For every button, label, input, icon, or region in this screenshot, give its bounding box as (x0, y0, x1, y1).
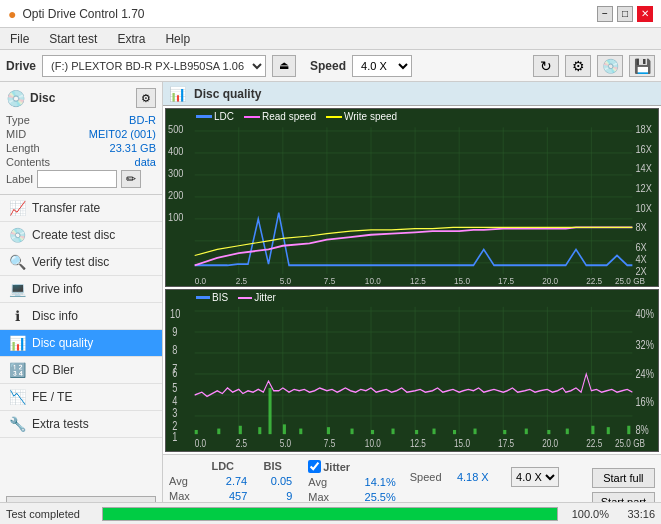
chart-header-icon: 📊 (169, 86, 186, 102)
svg-text:5.0: 5.0 (280, 275, 291, 286)
length-label: Length (6, 142, 40, 154)
minimize-button[interactable]: − (597, 6, 613, 22)
disc-button[interactable]: 💿 (597, 55, 623, 77)
svg-text:500: 500 (168, 124, 184, 136)
label-key: Label (6, 173, 33, 185)
start-full-button[interactable]: Start full (592, 468, 655, 488)
menu-file[interactable]: File (6, 31, 33, 47)
svg-rect-86 (239, 426, 242, 434)
svg-text:300: 300 (168, 168, 184, 180)
svg-text:10.0: 10.0 (365, 437, 381, 450)
maximize-button[interactable]: □ (617, 6, 633, 22)
drive-label: Drive (6, 59, 36, 73)
disc-title: Disc (30, 91, 55, 105)
nav-cd-bler[interactable]: 🔢 CD Bler (0, 357, 162, 384)
svg-rect-101 (547, 430, 550, 434)
disc-icon: 💿 (6, 89, 26, 108)
ldc-col-header: LDC (198, 459, 253, 473)
svg-text:20.0: 20.0 (542, 437, 558, 450)
speed-label: Speed (310, 59, 346, 73)
svg-rect-84 (195, 430, 198, 434)
nav-disc-info[interactable]: ℹ Disc info (0, 303, 162, 330)
progress-pct: 100.0% (564, 508, 609, 520)
speed-stat-select[interactable]: 4.0 X (511, 467, 559, 487)
bis-chart-panel: BIS Jitter (165, 289, 659, 452)
speed-stat-label: Speed (410, 459, 453, 495)
charts-container: LDC Read speed Write speed (163, 106, 661, 454)
svg-text:20.0: 20.0 (542, 275, 558, 286)
bis-legend-label: BIS (212, 292, 228, 303)
nav-create-test-label: Create test disc (32, 228, 115, 242)
nav-verify-test[interactable]: 🔍 Verify test disc (0, 249, 162, 276)
bis-col-header: BIS (253, 459, 298, 473)
type-label: Type (6, 114, 30, 126)
jitter-checkbox[interactable] (308, 460, 321, 473)
contents-value: data (135, 156, 156, 168)
label-edit-button[interactable]: ✏ (121, 170, 141, 188)
svg-text:5.0: 5.0 (280, 437, 292, 450)
disc-config-button[interactable]: ⚙ (136, 88, 156, 108)
cd-bler-icon: 🔢 (8, 362, 26, 378)
settings-button[interactable]: ⚙ (565, 55, 591, 77)
svg-rect-91 (327, 427, 330, 434)
nav-disc-quality[interactable]: 📊 Disc quality (0, 330, 162, 357)
svg-rect-104 (607, 427, 610, 434)
create-test-icon: 💿 (8, 227, 26, 243)
svg-text:15.0: 15.0 (454, 275, 470, 286)
svg-text:16X: 16X (635, 143, 652, 155)
menu-bar: File Start test Extra Help (0, 28, 661, 50)
nav-transfer-rate[interactable]: 📈 Transfer rate (0, 195, 162, 222)
eject-button[interactable]: ⏏ (272, 55, 296, 77)
avg-label: Avg (169, 473, 198, 489)
app-title: Opti Drive Control 1.70 (22, 7, 144, 21)
drive-select[interactable]: (F:) PLEXTOR BD-R PX-LB950SA 1.06 (42, 55, 266, 77)
jitter-legend-label: Jitter (254, 292, 276, 303)
contents-label: Contents (6, 156, 50, 168)
disc-quality-icon: 📊 (8, 335, 26, 351)
svg-rect-96 (433, 429, 436, 435)
type-value: BD-R (129, 114, 156, 126)
avg-ldc: 2.74 (198, 473, 253, 489)
close-button[interactable]: ✕ (637, 6, 653, 22)
label-input[interactable] (37, 170, 117, 188)
status-time: 33:16 (615, 508, 655, 520)
svg-text:25.0 GB: 25.0 GB (615, 437, 645, 450)
svg-text:9: 9 (172, 325, 177, 339)
svg-text:10X: 10X (635, 202, 652, 214)
nav-fe-te[interactable]: 📉 FE / TE (0, 384, 162, 411)
nav-create-test[interactable]: 💿 Create test disc (0, 222, 162, 249)
svg-rect-103 (591, 426, 594, 434)
svg-text:12.5: 12.5 (410, 275, 426, 286)
nav-cd-bler-label: CD Bler (32, 363, 74, 377)
avg-row: Avg 2.74 0.05 (169, 473, 298, 489)
svg-text:7.5: 7.5 (324, 437, 336, 450)
speed-row: Speed 4.18 X 4.0 X (410, 459, 559, 495)
svg-text:22.5: 22.5 (586, 437, 602, 450)
nav-extra-tests[interactable]: 🔧 Extra tests (0, 411, 162, 438)
nav-drive-info-label: Drive info (32, 282, 83, 296)
progress-bar (102, 507, 558, 521)
main-layout: 💿 Disc ⚙ Type BD-R MID MEIT02 (001) Leng… (0, 82, 661, 524)
read-speed-legend-label: Read speed (262, 111, 316, 122)
svg-text:2.5: 2.5 (236, 275, 247, 286)
svg-rect-88 (269, 388, 272, 434)
svg-text:10.0: 10.0 (365, 275, 381, 286)
svg-text:0.0: 0.0 (195, 437, 207, 450)
bis-chart-svg: 10 9 8 7 6 5 4 3 2 1 40% 32% 24% 16% 8% (166, 290, 658, 451)
save-button[interactable]: 💾 (629, 55, 655, 77)
menu-help[interactable]: Help (161, 31, 194, 47)
menu-extra[interactable]: Extra (113, 31, 149, 47)
menu-start-test[interactable]: Start test (45, 31, 101, 47)
svg-text:24%: 24% (635, 367, 654, 381)
svg-rect-97 (453, 430, 456, 434)
svg-rect-93 (371, 430, 374, 434)
toolbar: Drive (F:) PLEXTOR BD-R PX-LB950SA 1.06 … (0, 50, 661, 82)
refresh-button[interactable]: ↻ (533, 55, 559, 77)
speed-select[interactable]: 4.0 X (352, 55, 412, 77)
nav-drive-info[interactable]: 💻 Drive info (0, 276, 162, 303)
mid-label: MID (6, 128, 26, 140)
nav-disc-info-label: Disc info (32, 309, 78, 323)
svg-text:4X: 4X (635, 253, 646, 265)
svg-rect-94 (392, 429, 395, 435)
svg-rect-99 (503, 430, 506, 434)
